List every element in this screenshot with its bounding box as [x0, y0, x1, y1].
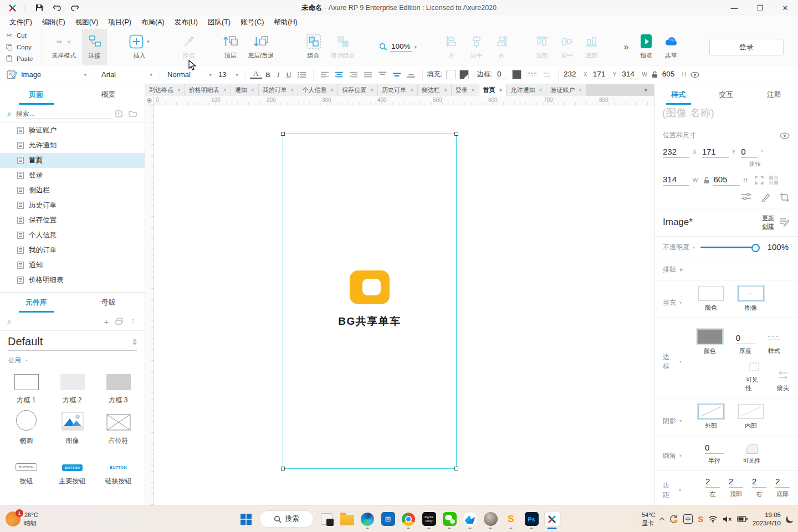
microsoft-store-button[interactable]: ⊞ — [381, 511, 396, 526]
tab-close-icon[interactable]: × — [291, 87, 294, 93]
sublime-button[interactable]: S — [504, 511, 519, 526]
fill-color-swatch[interactable] — [446, 70, 456, 79]
font-family-select[interactable]: Arial▾ — [98, 70, 156, 79]
widget-placeholder[interactable]: 占位符 — [95, 408, 141, 449]
stack-icon[interactable] — [115, 318, 124, 325]
page-item[interactable]: 登录 — [0, 168, 145, 183]
margin-bottom-field[interactable]: 2 — [775, 477, 790, 488]
tab-overview[interactable]: 概要 — [73, 84, 145, 105]
tab-close-icon[interactable]: × — [223, 87, 227, 93]
margin-caret-icon[interactable]: ▾ — [679, 488, 681, 493]
library-select[interactable]: Default — [8, 335, 137, 351]
widget-style-select[interactable]: Image▾ — [18, 70, 90, 79]
pages-search-input[interactable] — [16, 109, 111, 119]
border-style-button[interactable] — [527, 70, 538, 79]
page-item[interactable]: 验证账户 — [0, 123, 145, 138]
menu-help[interactable]: 帮助(H) — [269, 16, 302, 29]
y-input[interactable]: 171 — [592, 70, 611, 79]
radius-visibility-icon[interactable] — [746, 444, 758, 454]
doc-tab[interactable]: 允许通知× — [507, 84, 546, 96]
anchor-grid-icon[interactable] — [769, 175, 779, 185]
ime-icon[interactable]: 中 — [683, 514, 693, 524]
menu-team[interactable]: 团队(T) — [203, 16, 236, 29]
x-input[interactable]: 232 — [562, 70, 581, 79]
w-input[interactable]: 314 — [621, 70, 640, 79]
text-align-justify-button[interactable] — [362, 70, 374, 79]
page-item[interactable]: 历史订单 — [0, 198, 145, 213]
widget-h3[interactable]: H3 — [95, 489, 141, 505]
page-item[interactable]: 个人信息 — [0, 228, 145, 243]
text-align-right-button[interactable] — [348, 70, 359, 79]
connect-button[interactable]: 连接 — [82, 29, 107, 65]
font-color-button[interactable]: A — [250, 70, 262, 80]
widget-link-button[interactable]: BUTTON链接按钮 — [95, 449, 141, 489]
tab-close-icon[interactable]: × — [177, 87, 181, 93]
bring-front-button[interactable]: 顶层 — [218, 29, 243, 65]
vertical-align-middle-button[interactable] — [391, 70, 402, 79]
taskbar-search[interactable]: 搜索 — [259, 510, 314, 528]
cut-button[interactable]: ✂Cut — [4, 30, 37, 40]
menu-arrange[interactable]: 布局(A) — [136, 16, 170, 29]
widget-primary-button[interactable]: BUTTON主要按钮 — [49, 449, 95, 489]
clock-widget[interactable]: 19:052023/4/10 — [753, 511, 781, 528]
tray-expand-icon[interactable] — [659, 517, 665, 523]
page-item[interactable]: 允许通知 — [0, 138, 145, 153]
page-item-selected[interactable]: 首页 — [0, 153, 145, 168]
tab-close-icon[interactable]: × — [579, 87, 582, 93]
shadow-caret-icon[interactable]: ▾ — [679, 418, 682, 423]
undo-icon[interactable] — [53, 3, 62, 12]
doc-tab[interactable]: 通知× — [231, 84, 259, 96]
opacity-value[interactable]: 100% — [766, 242, 790, 253]
tab-widget-library[interactable]: 元件库 — [0, 293, 73, 313]
opacity-caret-icon[interactable]: ▾ — [693, 245, 695, 250]
tab-close-icon[interactable]: × — [472, 87, 475, 93]
menu-file[interactable]: 文件(F) — [4, 16, 37, 29]
page-item[interactable]: 保存位置 — [0, 213, 145, 228]
fill-shade-swatch[interactable] — [459, 70, 469, 79]
fill-image-swatch[interactable]: ·· — [738, 286, 764, 301]
widget-button[interactable]: BUTTON按钮 — [3, 449, 49, 489]
tab-notes[interactable]: 注释 — [750, 84, 798, 105]
margin-top-field[interactable]: 2 — [729, 477, 743, 488]
task-view-button[interactable] — [319, 511, 334, 526]
doc-tab[interactable]: 验证账户× — [546, 84, 586, 96]
maximize-button[interactable]: ❐ — [747, 0, 773, 16]
bullet-list-button[interactable] — [296, 70, 308, 79]
x-field[interactable]: 232 — [663, 147, 689, 158]
insert-caret-icon[interactable]: ▾ — [147, 39, 150, 44]
page-item[interactable]: 我的订单 — [0, 243, 145, 258]
zoom-caret-icon[interactable]: ▾ — [415, 44, 417, 50]
paste-button[interactable]: Paste — [4, 54, 37, 64]
gpu-temp-widget[interactable]: 54°C显卡 — [642, 511, 656, 527]
proxy-app-button[interactable]: Pigcha Proxy — [422, 511, 437, 526]
doc-tab[interactable]: 个人信息× — [298, 84, 338, 96]
widget-box2[interactable]: 方框 2 — [49, 368, 95, 408]
widget-image[interactable]: 图像 — [49, 408, 95, 449]
resize-handle-bottom-right[interactable] — [454, 467, 458, 470]
widget-box1[interactable]: 方框 1 — [3, 368, 49, 408]
doc-tab[interactable]: 登录× — [452, 84, 479, 96]
canvas-area[interactable]: ⊕ 0 100 200 300 400 500 600 700 800 200 … — [145, 96, 654, 505]
close-button[interactable]: ✕ — [773, 0, 798, 16]
format-painter-icon[interactable] — [761, 192, 771, 202]
doc-tab[interactable]: 侧边栏× — [418, 84, 452, 96]
library-search-icon[interactable]: ⌕ — [7, 317, 12, 326]
sync-icon[interactable] — [669, 514, 678, 524]
font-size-select[interactable]: 13▾ — [215, 70, 242, 79]
tab-pages[interactable]: 页面 — [0, 84, 73, 105]
edge-button[interactable] — [360, 511, 375, 526]
wechat-button[interactable] — [442, 511, 457, 526]
file-explorer-button[interactable] — [340, 511, 355, 526]
page-item[interactable]: 通知 — [0, 258, 145, 273]
copy-button[interactable]: Copy — [4, 42, 37, 52]
vertical-align-top-button[interactable] — [377, 70, 388, 79]
tab-overflow-icon[interactable]: ▼ — [643, 88, 648, 93]
y-field[interactable]: 171 — [702, 147, 729, 158]
tab-style[interactable]: 样式 — [654, 84, 702, 105]
tab-close-icon[interactable]: × — [330, 87, 334, 93]
margin-left-field[interactable]: 2 — [705, 477, 720, 488]
tab-close-icon[interactable]: × — [444, 87, 447, 93]
update-style-link[interactable]: 更新 — [762, 214, 774, 222]
tab-close-icon[interactable]: × — [499, 87, 503, 93]
radius-field[interactable]: 0 — [705, 443, 724, 454]
